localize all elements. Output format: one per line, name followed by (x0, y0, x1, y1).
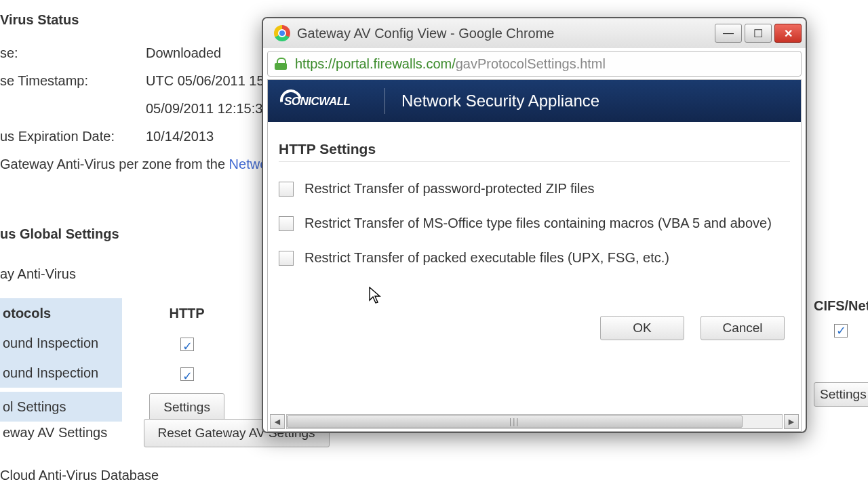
option-row-packed-exe: Restrict Transfer of packed executable f… (279, 250, 790, 266)
restrict-packed-checkbox[interactable] (279, 251, 294, 266)
cifs-settings-button[interactable]: Settings (814, 382, 868, 407)
inbound-http-checkbox[interactable] (180, 338, 194, 351)
row-label-gateway-av: eway AV Settings (0, 418, 122, 448)
col-header-cifs: CIFS/Netl (814, 298, 868, 314)
ok-button[interactable]: OK (600, 316, 684, 340)
heading-divider (279, 161, 790, 162)
status-label: us Expiration Date: (0, 129, 146, 144)
restrict-zip-label: Restrict Transfer of password-protected … (304, 181, 595, 197)
minimize-button[interactable]: — (715, 24, 742, 43)
cloud-av-label: Cloud Anti-Virus Database (0, 468, 330, 483)
row-label-inbound: ound Inspection (0, 328, 122, 359)
scroll-right-button[interactable]: ► (784, 414, 799, 429)
address-bar[interactable]: https://portal.firewalls.com/gavProtocol… (267, 51, 802, 77)
http-settings-heading: HTTP Settings (279, 141, 790, 157)
col-header-http: HTTP (126, 298, 248, 328)
row-label-outbound: ound Inspection (0, 358, 122, 388)
scroll-thumb[interactable]: ||| (287, 415, 743, 428)
horizontal-scrollbar[interactable]: ◄ ||| ► (270, 414, 799, 429)
restrict-office-checkbox[interactable] (279, 216, 294, 231)
header-divider (384, 88, 385, 114)
status-label: se Timestamp: (0, 73, 146, 89)
option-row-zip: Restrict Transfer of password-protected … (279, 181, 790, 197)
maximize-button[interactable]: ☐ (745, 24, 772, 43)
status-value: Downloaded (146, 45, 221, 61)
window-titlebar[interactable]: Gateway AV Config View - Google Chrome —… (263, 18, 806, 48)
cancel-button[interactable]: Cancel (701, 316, 785, 340)
sonicwall-header: SONICWALL Network Security Appliance (268, 80, 801, 122)
status-label: se: (0, 45, 146, 61)
chrome-icon (274, 25, 290, 41)
url-path: gavProtocolSettings.html (456, 56, 606, 72)
outbound-http-checkbox[interactable] (180, 367, 194, 381)
popup-content: SONICWALL Network Security Appliance HTT… (267, 79, 802, 432)
lock-icon (275, 58, 287, 70)
restrict-packed-label: Restrict Transfer of packed executable f… (304, 250, 669, 266)
option-row-office-macros: Restrict Transfer of MS-Office type file… (279, 216, 790, 231)
scroll-track[interactable]: ||| (286, 414, 783, 429)
scroll-left-button[interactable]: ◄ (270, 414, 285, 429)
status-value: 10/14/2013 (146, 129, 214, 144)
restrict-zip-checkbox[interactable] (279, 182, 294, 197)
status-label (0, 101, 146, 117)
url-origin: https://portal.firewalls.com/ (295, 56, 456, 72)
appliance-title: Network Security Appliance (401, 92, 599, 110)
status-value: 05/09/2011 12:15:30. (146, 101, 274, 117)
col-header-protocols: otocols (0, 298, 122, 329)
section-heading-global-settings: us Global Settings (0, 226, 119, 242)
chrome-popup-window: Gateway AV Config View - Google Chrome —… (262, 17, 807, 433)
cifs-inbound-checkbox[interactable] (834, 324, 848, 338)
sonicwall-logo: SONICWALL (280, 91, 368, 111)
zone-note-text: Gateway Anti-Virus per zone from the (0, 157, 229, 171)
window-title: Gateway AV Config View - Google Chrome (297, 26, 715, 41)
enable-av-label: ay Anti-Virus (0, 266, 119, 282)
cifs-column: CIFS/Netl Settings (814, 298, 868, 407)
restrict-office-label: Restrict Transfer of MS-Office type file… (304, 216, 772, 231)
close-button[interactable]: ✕ (774, 24, 802, 43)
